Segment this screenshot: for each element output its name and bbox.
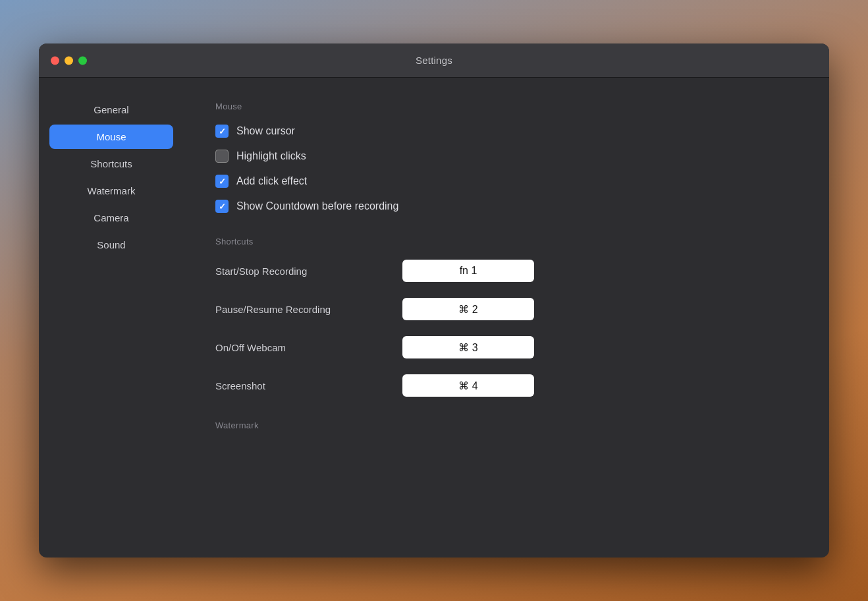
- checkmark-icon: ✓: [219, 177, 226, 186]
- highlight-clicks-row: Highlight clicks: [215, 150, 798, 163]
- add-click-effect-checkbox[interactable]: ✓: [215, 175, 229, 188]
- mouse-section-title: Mouse: [215, 101, 798, 111]
- sidebar-item-sound[interactable]: Sound: [49, 233, 173, 257]
- titlebar: Settings: [39, 43, 829, 78]
- minimize-button[interactable]: [65, 56, 73, 65]
- sidebar-item-camera[interactable]: Camera: [49, 206, 173, 230]
- on-off-webcam-row: On/Off Webcam: [215, 336, 798, 358]
- shortcuts-section: Shortcuts Start/Stop Recording Pause/Res…: [215, 237, 798, 397]
- shortcuts-section-title: Shortcuts: [215, 237, 798, 246]
- show-countdown-checkbox[interactable]: ✓: [215, 200, 229, 213]
- show-cursor-label: Show cursor: [236, 125, 295, 137]
- highlight-clicks-checkbox[interactable]: [215, 150, 229, 163]
- start-stop-label: Start/Stop Recording: [215, 266, 387, 277]
- close-button[interactable]: [51, 56, 59, 65]
- pause-resume-row: Pause/Resume Recording: [215, 298, 798, 320]
- main-panel: Mouse ✓ Show cursor Highlight clicks ✓ A…: [184, 78, 829, 558]
- start-stop-input[interactable]: [402, 260, 534, 282]
- mouse-section: Mouse ✓ Show cursor Highlight clicks ✓ A…: [215, 101, 798, 213]
- screenshot-row: Screenshot: [215, 374, 798, 397]
- traffic-lights: [51, 56, 87, 65]
- settings-window: Settings General Mouse Shortcuts Waterma…: [39, 43, 829, 558]
- sidebar-item-mouse[interactable]: Mouse: [49, 125, 173, 149]
- show-cursor-checkbox[interactable]: ✓: [215, 125, 229, 138]
- screenshot-input[interactable]: [402, 374, 534, 397]
- sidebar-item-watermark[interactable]: Watermark: [49, 179, 173, 203]
- show-countdown-row: ✓ Show Countdown before recording: [215, 200, 798, 213]
- watermark-section-title: Watermark: [215, 420, 798, 430]
- sidebar: General Mouse Shortcuts Watermark Camera…: [39, 78, 184, 558]
- content-area: General Mouse Shortcuts Watermark Camera…: [39, 78, 829, 558]
- screenshot-label: Screenshot: [215, 380, 387, 391]
- pause-resume-label: Pause/Resume Recording: [215, 304, 387, 315]
- highlight-clicks-label: Highlight clicks: [236, 150, 306, 162]
- checkmark-icon: ✓: [219, 202, 226, 211]
- sidebar-item-general[interactable]: General: [49, 98, 173, 122]
- pause-resume-input[interactable]: [402, 298, 534, 320]
- start-stop-row: Start/Stop Recording: [215, 260, 798, 282]
- watermark-section: Watermark: [215, 420, 798, 430]
- window-title: Settings: [416, 55, 452, 66]
- show-cursor-row: ✓ Show cursor: [215, 125, 798, 138]
- show-countdown-label: Show Countdown before recording: [236, 200, 398, 212]
- checkmark-icon: ✓: [219, 127, 226, 136]
- on-off-webcam-label: On/Off Webcam: [215, 342, 387, 353]
- maximize-button[interactable]: [78, 56, 87, 65]
- sidebar-item-shortcuts[interactable]: Shortcuts: [49, 152, 173, 176]
- add-click-effect-row: ✓ Add click effect: [215, 175, 798, 188]
- add-click-effect-label: Add click effect: [236, 175, 307, 187]
- on-off-webcam-input[interactable]: [402, 336, 534, 358]
